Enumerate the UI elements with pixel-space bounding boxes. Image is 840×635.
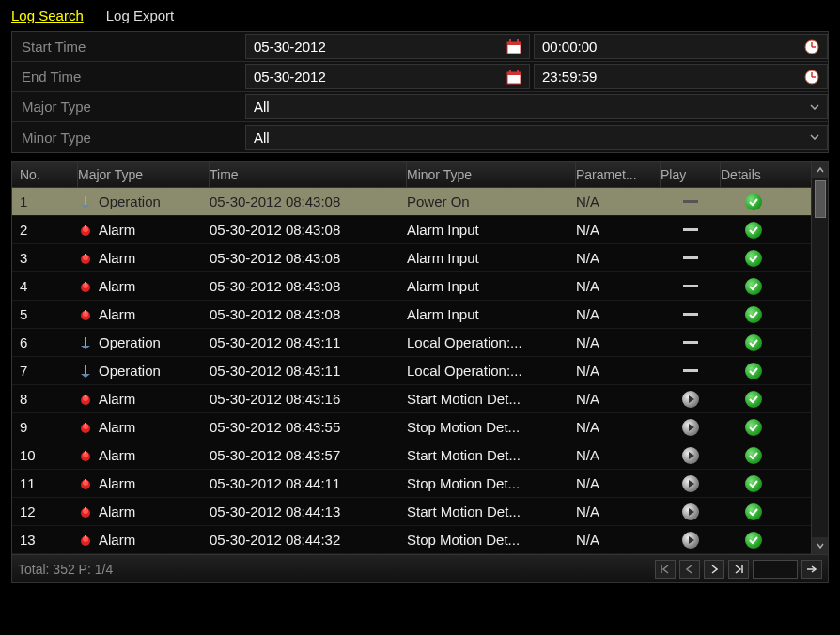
vertical-scrollbar[interactable] [811,162,828,554]
minor-type-select[interactable]: All [245,125,828,150]
details-button[interactable] [745,363,762,379]
cell-no: 12 [12,503,78,519]
table-row[interactable]: 11Alarm05-30-2012 08:44:11Stop Motion De… [12,470,828,498]
col-header-param[interactable]: Paramet... [576,162,661,187]
cell-param: N/A [576,222,661,238]
tab-log-export[interactable]: Log Export [106,8,175,23]
table-row[interactable]: 3Alarm05-30-2012 08:43:08Alarm InputN/A [12,244,828,272]
svg-rect-2 [509,39,511,43]
cell-play [661,447,721,464]
cell-details [721,475,786,492]
table-row[interactable]: 9Alarm05-30-2012 08:43:55Stop Motion Det… [12,413,828,441]
major-type-label: Major Type [12,99,245,115]
cell-play [661,228,721,231]
table-row[interactable]: 8Alarm05-30-2012 08:43:16Start Motion De… [12,385,828,413]
cell-param: N/A [576,532,661,548]
cell-play [661,475,721,492]
first-page-button[interactable] [655,560,676,579]
details-button[interactable] [745,334,762,351]
end-date-input[interactable]: 05-30-2012 [245,64,530,89]
cell-minor: Alarm Input [407,306,576,322]
details-button[interactable] [745,503,762,520]
svg-rect-34 [85,395,86,397]
major-type-text: Alarm [99,447,135,463]
play-button[interactable] [682,419,699,436]
cell-details [721,363,786,379]
details-button[interactable] [745,419,762,436]
details-button[interactable] [745,194,762,210]
scroll-up-button[interactable] [812,162,828,178]
clock-icon[interactable] [804,70,819,85]
svg-rect-49 [85,535,86,538]
col-header-no[interactable]: No. [12,162,78,187]
prev-page-button[interactable] [679,560,700,579]
start-time-input[interactable]: 00:00:00 [534,34,828,59]
svg-rect-46 [85,507,86,510]
major-type-select[interactable]: All [245,94,828,119]
details-button[interactable] [745,475,762,492]
svg-rect-24 [85,282,86,285]
cell-details [721,391,786,408]
page-number-input[interactable] [753,560,798,579]
calendar-icon[interactable] [506,70,521,85]
col-header-minor[interactable]: Minor Type [407,162,576,187]
go-page-button[interactable] [801,560,822,579]
table-row[interactable]: 4Alarm05-30-2012 08:43:08Alarm InputN/A [12,272,828,301]
svg-rect-3 [517,39,519,43]
table-row[interactable]: 5Alarm05-30-2012 08:43:08Alarm InputN/A [12,301,828,329]
table-row[interactable]: 7Operation05-30-2012 08:43:11Local Opera… [12,357,828,385]
table-row[interactable]: 13Alarm05-30-2012 08:44:32Stop Motion De… [12,526,828,554]
svg-rect-27 [85,310,86,313]
cell-time: 05-30-2012 08:43:16 [210,391,407,407]
play-unavailable-icon [683,369,698,372]
cell-no: 9 [12,419,78,435]
cell-details [721,532,786,549]
table-row[interactable]: 2Alarm05-30-2012 08:43:08Alarm InputN/A [12,216,828,244]
cell-minor: Alarm Input [407,222,576,238]
start-date-value: 05-30-2012 [254,39,326,54]
operation-icon [78,364,93,379]
table-row[interactable]: 10Alarm05-30-2012 08:43:57Start Motion D… [12,441,828,470]
svg-rect-30 [85,365,86,374]
details-button[interactable] [745,391,762,408]
start-date-input[interactable]: 05-30-2012 [245,34,530,59]
clock-icon[interactable] [804,39,819,54]
scroll-thumb[interactable] [815,180,826,218]
col-header-time[interactable]: Time [210,162,407,187]
cell-param: N/A [576,194,661,209]
cell-major: Operation [78,194,210,209]
play-button[interactable] [682,475,699,492]
play-button[interactable] [682,532,699,549]
play-button[interactable] [682,503,699,520]
table-row[interactable]: 1Operation05-30-2012 08:43:08Power OnN/A [12,188,828,216]
end-time-input[interactable]: 23:59:59 [534,64,828,89]
tab-log-search[interactable]: Log Search [11,8,84,23]
cell-play [661,391,721,408]
cell-major: Alarm [78,306,210,322]
col-header-play[interactable]: Play [661,162,721,187]
alarm-icon [78,251,93,266]
last-page-button[interactable] [728,560,749,579]
cell-details [721,222,786,239]
scroll-down-button[interactable] [812,537,828,554]
details-button[interactable] [745,447,762,464]
cell-play [661,256,721,259]
calendar-icon[interactable] [506,39,521,54]
details-button[interactable] [745,278,762,295]
filter-row-minor: Minor Type All [12,122,828,152]
details-button[interactable] [745,222,762,239]
next-page-button[interactable] [704,560,724,579]
col-header-major[interactable]: Major Type [78,162,210,187]
major-type-text: Operation [99,334,161,350]
svg-rect-37 [85,423,86,426]
details-button[interactable] [745,532,762,549]
col-header-details[interactable]: Details [721,162,786,187]
play-button[interactable] [682,391,699,408]
cell-time: 05-30-2012 08:43:08 [210,194,407,209]
table-row[interactable]: 12Alarm05-30-2012 08:44:13Start Motion D… [12,498,828,526]
table-row[interactable]: 6Operation05-30-2012 08:43:11Local Opera… [12,329,828,357]
details-button[interactable] [745,306,762,323]
play-button[interactable] [682,447,699,464]
details-button[interactable] [745,250,762,267]
cell-no: 1 [12,194,78,209]
